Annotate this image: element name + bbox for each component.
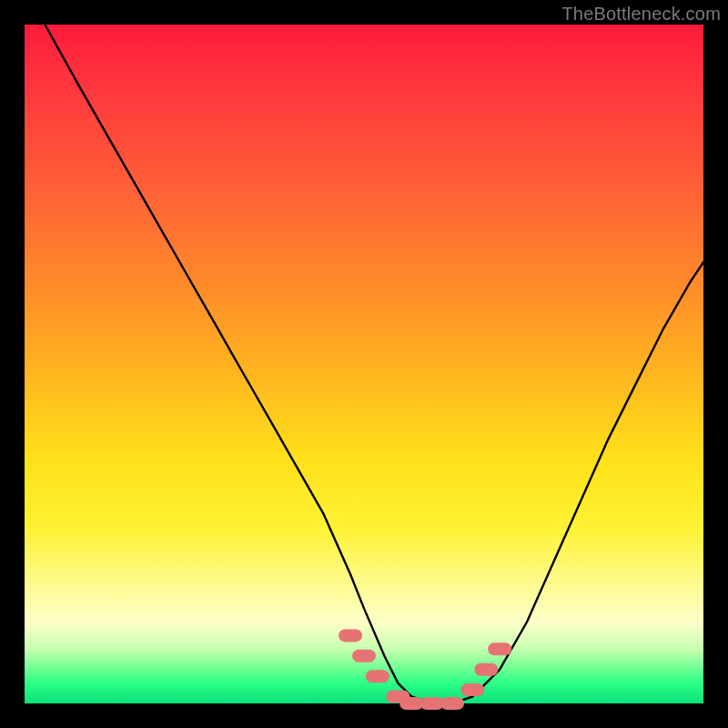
marker-layer [339,629,511,710]
highlight-marker [460,683,484,696]
highlight-marker [366,670,389,682]
highlight-marker [352,650,376,662]
highlight-marker [440,697,464,710]
chart-svg [25,25,703,703]
highlight-marker [474,663,498,676]
plot-area [25,25,703,703]
highlight-marker [488,642,511,655]
highlight-marker [420,697,444,710]
curve-layer [45,25,703,703]
bottleneck-curve [45,25,703,703]
highlight-marker [339,629,362,642]
highlight-marker [399,697,423,710]
watermark-text: TheBottleneck.com [561,4,721,25]
chart-frame: TheBottleneck.com [0,0,728,728]
